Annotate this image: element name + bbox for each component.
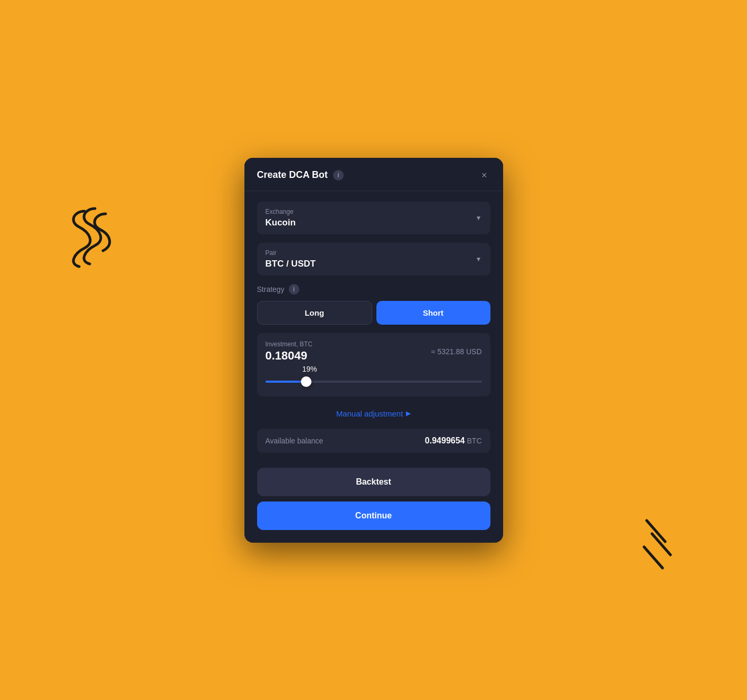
info-icon[interactable]: i (333, 170, 344, 181)
investment-info: Investment, BTC 0.18049 (266, 340, 313, 363)
strategy-section: Strategy i Long Short (257, 284, 490, 325)
investment-label: Investment, BTC (266, 340, 313, 348)
close-button[interactable]: × (478, 169, 490, 181)
pair-value: BTC / USDT (266, 259, 482, 269)
modal-header: Create DCA Bot i × (244, 158, 503, 191)
balance-value-group: 0.9499654 BTC (425, 436, 482, 446)
create-dca-bot-modal: Create DCA Bot i × Exchange Kucoin ▼ Pai… (244, 158, 503, 543)
continue-button[interactable]: Continue (257, 502, 490, 530)
strategy-header: Strategy i (257, 284, 490, 295)
strategy-info-icon[interactable]: i (289, 284, 299, 295)
strategy-buttons: Long Short (257, 301, 490, 325)
squiggle-left-decoration (53, 201, 116, 269)
slider-container (266, 376, 482, 387)
pair-dropdown-arrow: ▼ (476, 256, 482, 263)
investment-section: Investment, BTC 0.18049 ≈ 5321.88 USD 19… (257, 333, 490, 396)
header-left: Create DCA Bot i (257, 169, 344, 181)
investment-value: 0.18049 (266, 349, 313, 363)
balance-value: 0.9499654 (425, 436, 465, 446)
balance-section: Available balance 0.9499654 BTC (257, 429, 490, 453)
strategy-label: Strategy (257, 285, 285, 294)
manual-adjustment-arrow: ▶ (406, 410, 411, 417)
exchange-label: Exchange (266, 208, 482, 215)
long-strategy-button[interactable]: Long (257, 301, 372, 325)
squiggle-right-decoration (636, 515, 678, 584)
manual-adjustment[interactable]: Manual adjustment ▶ (257, 405, 490, 420)
balance-currency: BTC (467, 437, 482, 445)
investment-usd: ≈ 5321.88 USD (431, 347, 482, 356)
investment-top: Investment, BTC 0.18049 ≈ 5321.88 USD (266, 340, 482, 363)
modal-footer: Backtest Continue (244, 463, 503, 543)
backtest-button[interactable]: Backtest (257, 468, 490, 496)
exchange-value: Kucoin (266, 217, 482, 228)
manual-adjustment-label: Manual adjustment (336, 409, 403, 418)
pair-label: Pair (266, 249, 482, 257)
slider-percent: 19% (302, 365, 317, 373)
balance-label: Available balance (266, 437, 324, 445)
exchange-dropdown-arrow: ▼ (476, 214, 482, 222)
modal-content: Exchange Kucoin ▼ Pair BTC / USDT ▼ Stra… (244, 191, 503, 463)
short-strategy-button[interactable]: Short (376, 301, 490, 325)
exchange-dropdown[interactable]: Exchange Kucoin ▼ (257, 202, 490, 234)
modal-title: Create DCA Bot (257, 169, 328, 181)
pair-dropdown[interactable]: Pair BTC / USDT ▼ (257, 243, 490, 276)
slider-section: 19% (266, 365, 482, 389)
